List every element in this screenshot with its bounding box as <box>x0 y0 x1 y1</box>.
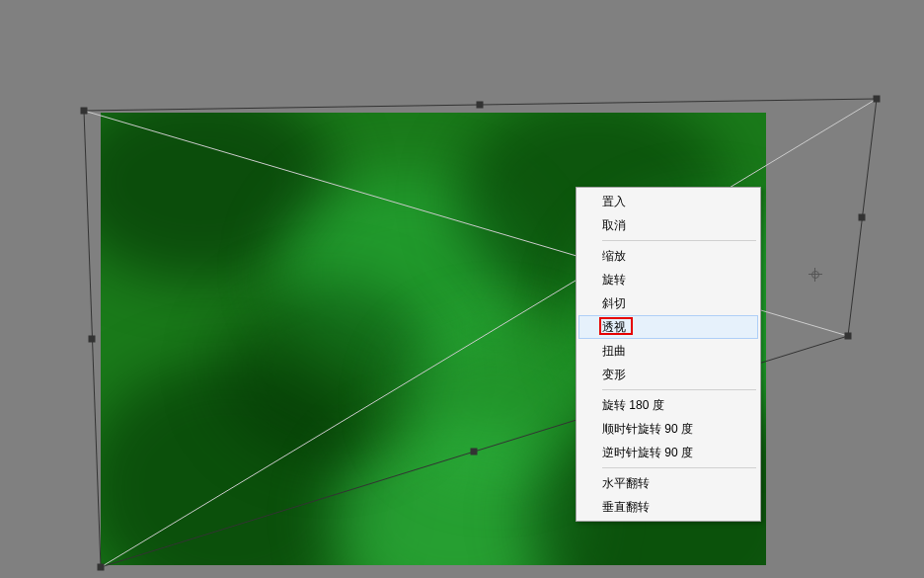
menu-item-distort[interactable]: 扭曲 <box>578 339 758 363</box>
menu-item-perspective[interactable]: 透视 <box>578 315 758 339</box>
menu-item-flip-horizontal[interactable]: 水平翻转 <box>578 471 758 495</box>
transform-handle-left-mid[interactable] <box>89 336 96 343</box>
transform-handle-right-mid[interactable] <box>859 214 866 221</box>
transform-context-menu: 置入 取消 缩放 旋转 斜切 透视 扭曲 变形 旋转 180 度 顺时针旋转 9… <box>576 187 761 522</box>
transform-pivot-marker[interactable] <box>808 268 822 282</box>
menu-item-rotate-ccw-90[interactable]: 逆时针旋转 90 度 <box>578 441 758 464</box>
menu-item-cancel[interactable]: 取消 <box>578 213 758 237</box>
transform-handle-top-mid[interactable] <box>477 102 484 109</box>
menu-separator <box>602 467 756 468</box>
transform-handle-top-right[interactable] <box>874 96 881 103</box>
menu-item-rotate-180[interactable]: 旋转 180 度 <box>578 393 758 417</box>
menu-item-scale[interactable]: 缩放 <box>578 244 758 268</box>
menu-separator <box>602 240 756 241</box>
menu-item-place[interactable]: 置入 <box>578 190 758 213</box>
transform-handle-top-left[interactable] <box>81 108 88 115</box>
menu-item-flip-vertical[interactable]: 垂直翻转 <box>578 495 758 519</box>
menu-item-skew[interactable]: 斜切 <box>578 291 758 315</box>
menu-separator <box>602 389 756 390</box>
transform-handle-bottom-right[interactable] <box>845 333 852 340</box>
transform-handle-bottom-mid[interactable] <box>471 449 478 455</box>
menu-item-rotate-cw-90[interactable]: 顺时针旋转 90 度 <box>578 417 758 441</box>
menu-item-warp[interactable]: 变形 <box>578 363 758 386</box>
transform-handle-bottom-left[interactable] <box>98 564 105 571</box>
menu-item-rotate[interactable]: 旋转 <box>578 268 758 291</box>
